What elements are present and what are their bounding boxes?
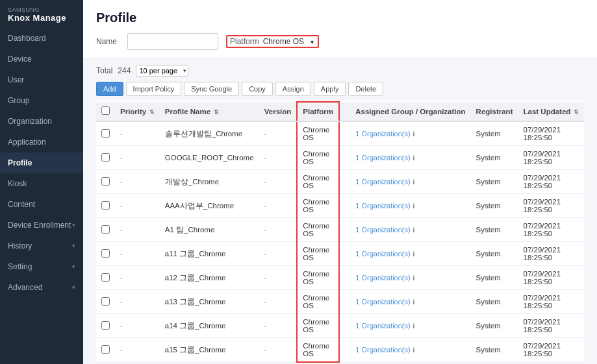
cell-version: - [259,218,298,242]
chevron-down-icon: ▾ [72,243,75,249]
cell-platform: Chrome OS [297,218,339,242]
delete-button[interactable]: Delete [348,82,383,96]
table-row: -a13 그룹_Chrome-Chrome OS1 Organization(s… [96,290,584,314]
sidebar-item-device-enrollment[interactable]: Device Enrollment▾ [0,215,83,236]
org-info-icon[interactable]: ℹ [413,202,415,210]
sidebar-item-label: Group [8,96,29,105]
page-header: Profile Name Platform AndroidiOSWindowsC… [83,0,597,58]
cell-registrant: System [471,170,518,194]
org-link[interactable]: 1 Organization(s) [355,202,410,210]
row-checkbox[interactable] [101,129,110,138]
cell-version: - [259,170,298,194]
org-link[interactable]: 1 Organization(s) [355,346,410,354]
select-all-checkbox[interactable] [101,106,110,115]
sidebar-item-user[interactable]: User [0,69,83,90]
cell-org: 1 Organization(s)ℹ [350,242,470,266]
cell-priority: - [115,218,160,242]
cell-gap [339,194,350,218]
sidebar-item-history[interactable]: History▾ [0,236,83,256]
total-count: 244 [118,66,131,75]
sidebar-item-label: Setting [8,262,32,271]
col-header-registrant: Registrant [471,102,518,121]
org-link[interactable]: 1 Organization(s) [355,154,410,162]
cell-platform: Chrome OS [297,121,339,146]
sidebar-item-profile[interactable]: Profile [0,152,83,173]
sync-google-button[interactable]: Sync Google [184,82,239,96]
sidebar-item-content[interactable]: Content [0,194,83,215]
org-info-icon[interactable]: ℹ [413,178,415,186]
org-info-icon[interactable]: ℹ [413,298,415,306]
import-policy-button[interactable]: Import Policy [126,82,182,96]
sidebar-item-device[interactable]: Device [0,49,83,69]
org-link[interactable]: 1 Organization(s) [355,322,410,330]
cell-last-updated: 07/29/2021 18:25:50 [518,338,585,363]
name-filter-input[interactable] [127,33,218,50]
org-link[interactable]: 1 Organization(s) [355,130,410,138]
total-label: Total [96,66,112,75]
table-row: -a14 그룹_Chrome-Chrome OS1 Organization(s… [96,314,584,338]
org-link[interactable]: 1 Organization(s) [355,226,410,234]
cell-org: 1 Organization(s)ℹ [350,266,470,290]
sidebar-item-dashboard[interactable]: Dashboard [0,28,83,49]
sidebar-item-application[interactable]: Application [0,132,83,152]
sidebar-item-group[interactable]: Group [0,90,83,111]
cell-gap [339,218,350,242]
row-checkbox[interactable] [101,249,110,258]
page-title: Profile [96,10,584,25]
add-button[interactable]: Add [96,82,123,96]
org-info-icon[interactable]: ℹ [413,226,415,234]
cell-platform: Chrome OS [297,290,339,314]
col-header-priority[interactable]: Priority ⇅ [115,102,160,121]
col-header-updated[interactable]: Last Updated ⇅ [518,102,585,121]
org-info-icon[interactable]: ℹ [413,322,415,330]
filter-row: Name Platform AndroidiOSWindowsChrome OS [96,33,584,50]
org-link[interactable]: 1 Organization(s) [355,274,410,282]
sidebar-item-label: Application [8,138,46,147]
cell-last-updated: 07/29/2021 18:25:50 [518,121,585,146]
sidebar-item-kiosk[interactable]: Kiosk [0,173,83,194]
sidebar-item-advanced[interactable]: Advanced▾ [0,277,83,298]
sidebar-item-label: Device [8,55,32,64]
copy-button[interactable]: Copy [242,82,273,96]
col-header-name[interactable]: Profile Name ⇅ [160,102,259,121]
table-meta: Total 244 10 per page20 per page50 per p… [96,65,584,77]
org-info-icon[interactable]: ℹ [413,130,415,138]
assign-button[interactable]: Assign [275,82,311,96]
sidebar: SAMSUNG Knox Manage DashboardDeviceUserG… [0,0,83,364]
col-header-gap [339,102,350,121]
cell-platform: Chrome OS [297,146,339,170]
cell-gap [339,242,350,266]
sort-icon: ⇅ [212,109,219,115]
cell-registrant: System [471,146,518,170]
cell-priority: - [115,121,160,146]
org-info-icon[interactable]: ℹ [413,274,415,282]
org-link[interactable]: 1 Organization(s) [355,178,410,186]
cell-priority: - [115,290,160,314]
apply-button[interactable]: Apply [314,82,346,96]
chevron-down-icon: ▾ [72,284,75,291]
org-info-icon[interactable]: ℹ [413,346,415,354]
cell-gap [339,266,350,290]
cell-version: - [259,266,298,290]
sidebar-item-organization[interactable]: Organization [0,111,83,132]
row-checkbox[interactable] [101,321,110,330]
cell-platform: Chrome OS [297,170,339,194]
platform-select[interactable]: AndroidiOSWindowsChrome OS [263,37,315,46]
row-checkbox[interactable] [101,273,110,282]
org-info-icon[interactable]: ℹ [413,154,415,162]
org-link[interactable]: 1 Organization(s) [355,298,410,306]
row-checkbox[interactable] [101,201,110,210]
cell-priority: - [115,242,160,266]
table-row: -GOOGLE_ROOT_Chrome-Chrome OS1 Organizat… [96,146,584,170]
row-checkbox[interactable] [101,177,110,186]
org-link[interactable]: 1 Organization(s) [355,250,410,258]
per-page-select[interactable]: 10 per page20 per page50 per page [136,65,188,77]
row-checkbox[interactable] [101,297,110,306]
platform-filter-label: Platform [230,37,259,46]
org-info-icon[interactable]: ℹ [413,250,415,258]
row-checkbox[interactable] [101,225,110,234]
sidebar-item-setting[interactable]: Setting▾ [0,256,83,277]
row-checkbox[interactable] [101,153,110,162]
row-checkbox[interactable] [101,345,110,354]
col-header-check [96,102,115,121]
